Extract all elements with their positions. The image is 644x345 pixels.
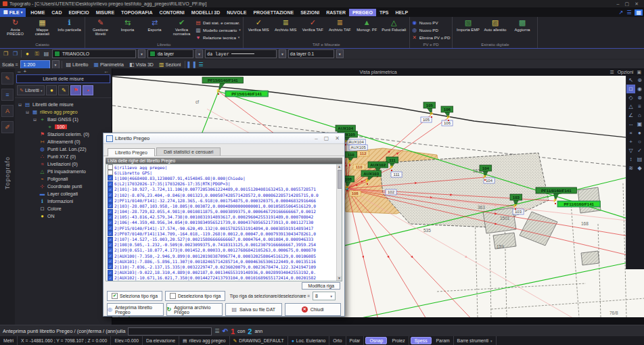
list-scrollbar[interactable]: ▲ ▼ bbox=[336, 164, 342, 281]
layer-select[interactable]: TRIANGOLO bbox=[52, 49, 136, 58]
tree-item-100[interactable]: ⌖100 bbox=[16, 123, 112, 131]
bulbs-icon[interactable]: ● bbox=[46, 85, 57, 95]
pregeo-row-19[interactable]: ✓2|AUX103|-9.022,18.310,4.889|0.002187,0… bbox=[106, 270, 342, 275]
tree-item-pti-inquadramento[interactable]: △Pti inquadramento bbox=[16, 168, 112, 175]
save-drawing-icon[interactable]: ❐ bbox=[12, 51, 19, 57]
map-tool-icon-5[interactable]: ⊗ bbox=[635, 93, 644, 102]
ribbon-button-avvia-pregeo[interactable]: ↻Avvia PREGEO bbox=[2, 18, 28, 37]
map-tool-icon-6[interactable]: △ bbox=[626, 102, 635, 111]
status-da[interactable]: Da elevazione bbox=[143, 336, 179, 345]
row-checkbox[interactable] bbox=[108, 164, 113, 170]
expand-icon[interactable]: ⊟ bbox=[32, 117, 37, 122]
status-rilievo[interactable]: ▤rilievo agg pregeo bbox=[179, 336, 229, 345]
lineweight-select[interactable]: da layer 0.1 bbox=[288, 49, 334, 58]
row-checkbox[interactable]: ✓ bbox=[108, 198, 113, 203]
row-checkbox[interactable]: ✓ bbox=[108, 225, 113, 231]
ribbon-button-auto-allestito[interactable]: ▨Auto allestito bbox=[482, 18, 508, 32]
menu-item-modelli-3d[interactable]: MODELLI 3D bbox=[188, 9, 223, 16]
dialog-maximize-button[interactable]: ▢ bbox=[324, 135, 329, 141]
row-checkbox[interactable]: ✓ bbox=[108, 270, 113, 275]
dialog-button-salva-su-file-dat[interactable]: ▤Salva su file DAT bbox=[225, 303, 282, 316]
view-button-planimetria[interactable]: ▦Planimetria bbox=[91, 61, 126, 69]
status-proiez[interactable]: Proiez bbox=[388, 336, 409, 345]
option-2-word[interactable]: ann bbox=[254, 329, 262, 334]
expand-icon[interactable]: ⊟ bbox=[18, 102, 22, 107]
status-elev0000[interactable]: Elev.=0.000 bbox=[111, 336, 143, 345]
tree-item-coordinate-punti[interactable]: ⊹Coordinate punti bbox=[16, 183, 112, 190]
libretti-button[interactable]: ✎ Libretti ▾ bbox=[17, 85, 45, 95]
map-tool-icon-10[interactable]: ↔ bbox=[626, 120, 635, 129]
close-button[interactable]: ✕ bbox=[635, 1, 639, 7]
ribbon-button-nuovo-pd[interactable]: ◎Nuovo PD bbox=[412, 26, 451, 33]
ribbon-button-verifica-mis[interactable]: ✓Verifica MIS bbox=[246, 18, 272, 32]
linetype-select-arrow[interactable]: ▼ bbox=[279, 49, 286, 58]
menu-item-nuvole[interactable]: NUVOLE bbox=[223, 9, 250, 16]
dialog-tab-dati-statistici-e-censuari[interactable]: Dati statistici e censuari bbox=[156, 147, 221, 156]
map-tool-icon-21[interactable]: ◆ bbox=[635, 164, 644, 172]
ribbon-button-dati-stat--e-censuar-[interactable]: ▤Dati stat. e censuar. bbox=[196, 19, 241, 26]
pregeo-row-12[interactable]: ✓2|PF07/0140/F141|134.709,-164.018,-119.… bbox=[106, 231, 342, 236]
minimize-button[interactable]: – bbox=[617, 1, 620, 7]
status-osnap[interactable]: Osnap bbox=[365, 337, 387, 344]
row-checkbox[interactable]: ✓ bbox=[108, 209, 113, 214]
pregeo-row-16[interactable]: ✓2|AUX100|-7.350,-2.946,9.899|0.00120198… bbox=[106, 253, 342, 258]
menu-item-progettazione[interactable]: PROGETTAZIONE bbox=[250, 9, 297, 16]
modify-row-button[interactable]: Modifica riga bbox=[302, 282, 340, 290]
tree-item-punti-lat--lon--22-[interactable]: ◍Punti Lat. Lon.(22) bbox=[16, 145, 112, 153]
layers-tool-icon[interactable]: ≡ bbox=[1, 89, 14, 101]
row-checkbox[interactable]: ✓ bbox=[108, 220, 113, 225]
menu-item-sezioni[interactable]: SEZIONI bbox=[297, 9, 323, 16]
ribbon-button-aggiorna[interactable]: ▩Aggiorna bbox=[509, 18, 535, 32]
grid-icon[interactable]: ▦ bbox=[635, 9, 643, 16]
row-checkbox[interactable]: ✓ bbox=[108, 237, 113, 242]
row-checkbox[interactable]: ✓ bbox=[108, 248, 113, 253]
ribbon-button-modello-censuario[interactable]: ▥Modello censuario▾ bbox=[196, 26, 241, 33]
row-type-select[interactable]: 8 ▼ bbox=[313, 292, 336, 300]
pregeo-row-18[interactable]: ✓2|110|-7.036,-2.137,15.335|0.0032229747… bbox=[106, 264, 342, 269]
scrollbar-thumb[interactable] bbox=[338, 170, 342, 189]
station-icon[interactable]: ⚑ bbox=[70, 85, 81, 95]
pregeo-row-2[interactable]: ✓1|100|4668408.83,1230087.91,4154845.08|… bbox=[106, 175, 342, 181]
ribbon-button-monogr--pf[interactable]: ▲Monogr. PF bbox=[354, 18, 380, 32]
pregeo-row-11[interactable]: ✓2|PF15/0140/F141|-17.574,-90.620,49.132… bbox=[106, 225, 342, 231]
tree-item-layer-collegati[interactable]: ▬Layer collegati bbox=[16, 190, 112, 198]
map-tool-icon-19[interactable]: ▤ bbox=[635, 155, 644, 164]
journal-tool-icon[interactable]: ✎ bbox=[1, 72, 14, 85]
pregeo-row-9[interactable]: ✓2|105|-43.816,42.579,34.738|0.001083191… bbox=[106, 214, 342, 220]
map-tool-icon-11[interactable]: ▣ bbox=[635, 120, 644, 129]
menu-item-cad[interactable]: CAD bbox=[48, 9, 65, 16]
ribbon-button-verifica-normativa[interactable]: ✔Verifica normativa bbox=[168, 18, 195, 37]
menu-item-raster[interactable]: RASTER bbox=[323, 9, 349, 16]
row-checkbox[interactable]: ✓ bbox=[108, 264, 113, 269]
ribbon-button-gestione-libretti[interactable]: ✎Gestione libretti bbox=[87, 18, 114, 37]
command-input[interactable] bbox=[128, 327, 212, 336]
ribbon-button-mappe-catastali[interactable]: ▦Mappe catastali bbox=[29, 18, 55, 37]
map-tool-icon-7[interactable]: ≡ bbox=[635, 102, 644, 111]
layer-visibility-icon[interactable]: ● bbox=[24, 51, 31, 57]
tile-windows-icon[interactable]: ▌▐ bbox=[187, 62, 195, 68]
dialog-button-aggiorna-archivio-pregeo[interactable]: ↻Aggiorna archivio Pregeo bbox=[166, 303, 223, 316]
map-tool-icon-9[interactable]: ⌂ bbox=[635, 111, 644, 120]
point-label-icon[interactable]: ▪ bbox=[83, 85, 93, 95]
pregeo-row-8[interactable]: ✓2|104|-28.729,82.055,4.981|0.0010811875… bbox=[106, 209, 342, 214]
layers-panel-icon[interactable]: ☰ bbox=[197, 62, 204, 68]
status-spess[interactable]: Spess bbox=[411, 337, 432, 344]
lineweight-select-arrow[interactable]: ▼ bbox=[336, 49, 344, 58]
row-checkbox[interactable]: ✓ bbox=[108, 275, 113, 281]
row-checkbox[interactable]: ✓ bbox=[108, 214, 113, 220]
map-tool-icon-20[interactable]: ≋ bbox=[626, 164, 635, 172]
undo-icon[interactable]: ↶ bbox=[223, 327, 228, 335]
row-checkbox[interactable]: ✓ bbox=[108, 187, 113, 192]
color-select[interactable]: da layer bbox=[147, 49, 193, 58]
status-orto[interactable]: Orto bbox=[329, 336, 346, 345]
ribbon-button-nuovo-pv[interactable]: ◉Nuovo PV bbox=[412, 19, 451, 26]
pregeo-row-4[interactable]: ✓2|101|-10.927,-3.724,11.106|0.007720530… bbox=[106, 187, 342, 192]
status-loc[interactable]: ●Loc. Euleriano bbox=[288, 336, 330, 345]
open-drawing-icon[interactable]: ❐ bbox=[2, 51, 9, 57]
tree-item-colore[interactable]: □Colore bbox=[16, 205, 112, 212]
dialog-close-button[interactable]: ✕ bbox=[335, 135, 340, 141]
map-tool-icon-4[interactable]: ◇ bbox=[626, 93, 635, 102]
panel-back-icon[interactable]: ← bbox=[104, 68, 109, 74]
map-tool-icon-8[interactable]: ∠ bbox=[626, 111, 635, 120]
row-checkbox[interactable]: ✓ bbox=[108, 192, 113, 198]
